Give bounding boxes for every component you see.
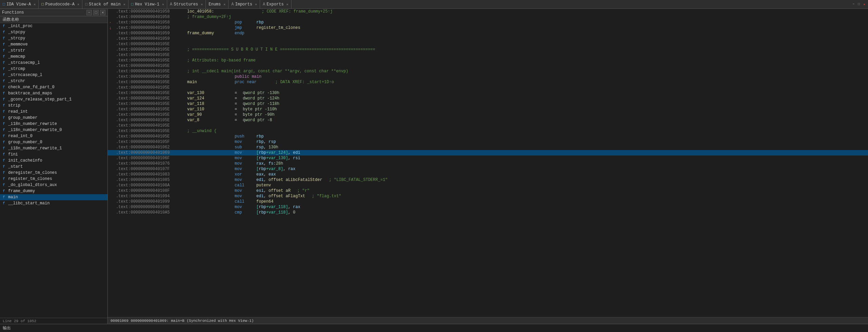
tab-close-exports[interactable]: ✕ (287, 2, 289, 6)
code-line-22[interactable]: .text:000000000040105E; __unwind { (108, 128, 868, 134)
code-line-0[interactable]: .text:0000000000401058loc_401058:; CODE … (108, 9, 868, 14)
code-line-9[interactable]: .text:000000000040105E; Attributes: bp-b… (108, 58, 868, 63)
maximize-icon[interactable]: □ (856, 2, 861, 7)
code-line-29[interactable]: .text:000000000040107Fmov[rbp+var_8], ra… (108, 166, 868, 172)
code-line-10[interactable]: .text:000000000040105E (108, 63, 868, 69)
func-name-main: main (8, 195, 18, 200)
func-item-main[interactable]: fmain (0, 194, 107, 200)
functions-panel-minimize[interactable]: − (86, 10, 92, 15)
tab-exports[interactable]: A Exports ✕ (260, 0, 292, 8)
tab-imports[interactable]: A Imports ✕ (229, 0, 260, 8)
tab-close-structures[interactable]: ✕ (201, 2, 203, 6)
func-item-_i18n_number_rewrite[interactable]: f_i18n_number_rewrite (0, 121, 107, 127)
func-item-_gconv_release_step_part_1[interactable]: f_gconv_release_step_part_1 (0, 96, 107, 103)
code-line-15[interactable]: .text:000000000040105Evar_130=qword ptr … (108, 90, 868, 96)
func-item-_init_proc[interactable]: f_init_proc (0, 23, 107, 29)
func-item-group_number[interactable]: fgroup_number (0, 115, 107, 121)
code-line-34[interactable]: .text:0000000000401094movedi, offset aFl… (108, 193, 868, 199)
minimize-icon[interactable]: − (851, 2, 856, 7)
func-item-_start[interactable]: f_start (0, 164, 107, 170)
tab-pseudocode-a[interactable]: □ Pseudocode-A ✕ (39, 0, 82, 8)
code-line-37[interactable]: .text:00000000004010A5cmp[rbp+var_118], … (108, 210, 868, 215)
func-item-_do_global_dtors_aux[interactable]: f_do_global_dtors_aux (0, 182, 107, 188)
code-line-3[interactable]: ↓.text:0000000000401059jmpregister_tm_cl… (108, 25, 868, 31)
tab-close-enums[interactable]: ✕ (223, 2, 225, 6)
tab-stack-of-main[interactable]: □ Stack of main ✕ (82, 0, 129, 8)
func-item-register_tm_clones[interactable]: fregister_tm_clones (0, 176, 107, 182)
code-line-2[interactable]: ·.text:0000000000401058poprbp (108, 20, 868, 25)
func-item-group_number_0[interactable]: fgroup_number_0 (0, 139, 107, 145)
func-icon-read_int: f (3, 110, 7, 114)
func-item-strip[interactable]: fstrip (0, 103, 107, 109)
tab-structures[interactable]: A Structures ✕ (167, 0, 206, 8)
tab-close-ida-view-a[interactable]: ✕ (34, 2, 36, 6)
func-item-_memcmp[interactable]: f_memcmp (0, 54, 107, 60)
tab-close-hex[interactable]: ✕ (162, 2, 164, 6)
functions-panel-maximize[interactable]: □ (93, 10, 99, 15)
code-line-21[interactable]: .text:000000000040105E (108, 123, 868, 128)
func-item-check_one_fd_part_0[interactable]: fcheck_one_fd_part_0 (0, 84, 107, 90)
code-line-33[interactable]: .text:000000000040108Fmovesi, offset aR;… (108, 188, 868, 193)
func-item-_i18n_number_rewrite_0[interactable]: f_i18n_number_rewrite_0 (0, 127, 107, 133)
line-addr-17: .text:000000000040105E (116, 102, 187, 106)
code-line-14[interactable]: .text:000000000040105E (108, 85, 868, 90)
tab-enums[interactable]: Enums ✕ (206, 0, 229, 8)
func-item-_strcasecmp_l[interactable]: f_strcasecmp_l (0, 60, 107, 66)
code-line-8[interactable]: .text:000000000040105E (108, 52, 868, 58)
func-item-init_cacheinfo[interactable]: finit_cacheinfo (0, 158, 107, 164)
func-item-__libc_start_main[interactable]: f__libc_start_main (0, 200, 107, 206)
code-line-20[interactable]: .text:000000000040105Evar_8=qword ptr -8 (108, 117, 868, 123)
code-line-5[interactable]: .text:0000000000401059 (108, 36, 868, 41)
func-item-_strstr[interactable]: f_strstr (0, 48, 107, 54)
tab-ida-view-a[interactable]: □ IDA View-A ✕ (0, 0, 39, 8)
func-item-_memmove[interactable]: f_memmove (0, 41, 107, 48)
code-line-18[interactable]: .text:000000000040105Evar_110=byte ptr -… (108, 107, 868, 112)
code-line-12[interactable]: .text:000000000040105Epublic main (108, 74, 868, 79)
mnemonic-3: jmp (235, 25, 255, 30)
code-line-26[interactable]: .text:0000000000401069mov[rbp+var_124], … (108, 150, 868, 155)
func-item-fini[interactable]: ffini (0, 151, 107, 158)
operands-37: [rbp+var_118], 0 (255, 210, 295, 215)
tab-close-imports[interactable]: ✕ (255, 2, 257, 6)
func-item-frame_dummy[interactable]: fframe_dummy (0, 188, 107, 194)
code-line-31[interactable]: .text:0000000000401085movedi, offset aLi… (108, 177, 868, 183)
code-line-30[interactable]: .text:0000000000401083xoreax, eax (108, 172, 868, 177)
code-line-1[interactable]: .text:0000000000401058; frame_dummy+2F↑j (108, 14, 868, 20)
code-line-19[interactable]: .text:000000000040105Evar_90=byte ptr -9… (108, 112, 868, 117)
code-line-23[interactable]: .text:000000000040105Epushrbp (108, 134, 868, 139)
func-item-read_int[interactable]: fread_int (0, 109, 107, 115)
code-line-13[interactable]: .text:000000000040105Emainproc near; DAT… (108, 79, 868, 85)
code-line-6[interactable]: .text:000000000040105E (108, 41, 868, 47)
func-item-_strcpy[interactable]: f_strcpy (0, 35, 107, 41)
func-item-read_int_0[interactable]: fread_int_0 (0, 133, 107, 139)
code-line-27[interactable]: .text:000000000040106Fmov[rbp+var_130], … (108, 155, 868, 161)
code-line-24[interactable]: .text:000000000040105Fmovrbp, rsp (108, 139, 868, 145)
code-line-36[interactable]: .text:000000000040109Emov[rbp+var_118], … (108, 204, 868, 210)
func-item-deregister_tm_clones[interactable]: fderegister_tm_clones (0, 170, 107, 176)
close-icon[interactable]: ✕ (862, 2, 867, 7)
code-line-35[interactable]: .text:0000000000401099callfopen64 (108, 199, 868, 204)
func-item-_strchr[interactable]: f_strchr (0, 78, 107, 84)
code-line-16[interactable]: .text:000000000040105Evar_124=dword ptr … (108, 96, 868, 101)
code-line-25[interactable]: .text:0000000000401062subrsp, 130h (108, 145, 868, 150)
tab-close-stack[interactable]: ✕ (123, 2, 125, 6)
code-line-11[interactable]: .text:000000000040105E; int __cdecl main… (108, 69, 868, 74)
functions-list[interactable]: f_init_procf_stpcpyf_strcpyf_memmovef_st… (0, 23, 107, 318)
operands-24: rbp, rsp (255, 140, 276, 144)
functions-panel-close[interactable]: ✕ (100, 10, 105, 15)
func-name-_strcpy: _strcpy (8, 36, 25, 41)
tab-hex-view-1[interactable]: □ Hex View-1 ✕ (129, 0, 167, 8)
func-item-_stpcpy[interactable]: f_stpcpy (0, 29, 107, 35)
func-item-_strcmp[interactable]: f_strcmp (0, 66, 107, 72)
func-item-_i18n_number_rewrite_1[interactable]: f_i18n_number_rewrite_1 (0, 145, 107, 151)
code-line-28[interactable]: .text:0000000000401076movrax, fs:28h (108, 161, 868, 166)
code-line-32[interactable]: .text:000000000040108Acallputenv (108, 183, 868, 188)
code-line-4[interactable]: .text:0000000000401059frame_dummyendp (108, 31, 868, 36)
tab-close-pseudo[interactable]: ✕ (77, 2, 79, 6)
func-item-backtrace_and_maps[interactable]: fbacktrace_and_maps (0, 90, 107, 96)
ida-view[interactable]: .text:0000000000401058loc_401058:; CODE … (108, 9, 868, 317)
func-item-_strncasecmp_l[interactable]: f_strncasecmp_l (0, 72, 107, 78)
line-addr-31: .text:0000000000401085 (116, 178, 187, 182)
code-line-7[interactable]: .text:000000000040105E; =============== … (108, 47, 868, 52)
code-line-17[interactable]: .text:000000000040105Evar_118=qword ptr … (108, 101, 868, 107)
